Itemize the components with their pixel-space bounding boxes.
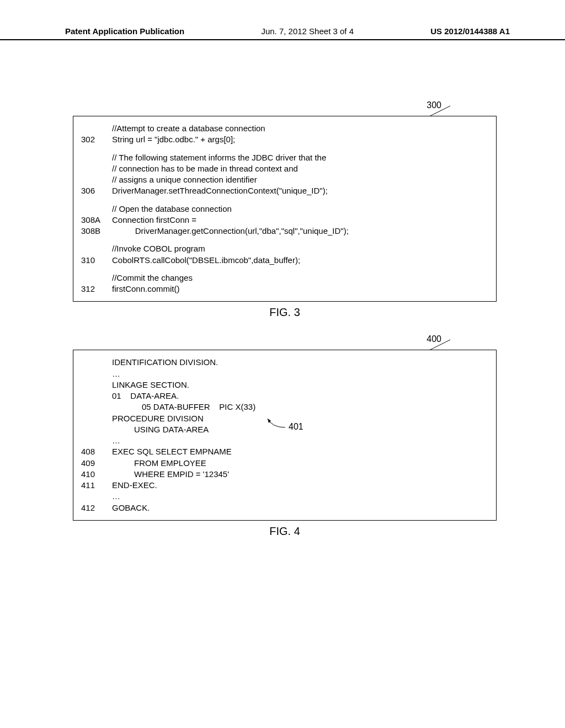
code-text: … <box>112 368 120 379</box>
code-text: DriverManager.setThreadConnectionContext… <box>112 185 328 196</box>
line-number: 308A <box>81 215 112 226</box>
code-line: //Commit the changes <box>81 272 488 283</box>
header-center: Jun. 7, 2012 Sheet 3 of 4 <box>261 26 354 36</box>
code-line: … <box>81 368 488 379</box>
code-line: 308B DriverManager.getConnection(url,"db… <box>81 226 488 237</box>
code-text: // connection has to be made in thread c… <box>112 163 298 174</box>
fig4-caption: FIG. 4 <box>73 525 497 538</box>
code-text: LINKAGE SECTION. <box>112 379 189 390</box>
fig3-block: 300 //Attempt to create a database conne… <box>73 116 497 319</box>
page-content: 300 //Attempt to create a database conne… <box>73 116 497 569</box>
code-text: GOBACK. <box>112 502 150 513</box>
page-header: Patent Application Publication Jun. 7, 2… <box>0 26 565 40</box>
code-text: END-EXEC. <box>112 480 157 491</box>
line-number: 411 <box>81 480 112 491</box>
code-line: LINKAGE SECTION. <box>81 379 488 390</box>
line-number: 408 <box>81 446 112 457</box>
line-number: 310 <box>81 255 112 266</box>
code-line: 312firstConn.commit() <box>81 283 488 295</box>
callout-401: 401 <box>289 421 303 433</box>
line-number: 306 <box>81 185 112 196</box>
code-text: firstConn.commit() <box>112 283 180 295</box>
line-number: 412 <box>81 502 112 513</box>
code-text: IDENTIFICATION DIVISION. <box>112 357 218 368</box>
code-text: // Open the database connection <box>112 204 232 215</box>
blank-line <box>81 197 488 204</box>
code-text: // assigns a unique connection identifie… <box>112 174 257 185</box>
code-text: //Attempt to create a database connectio… <box>112 123 265 134</box>
code-line: 306DriverManager.setThreadConnectionCont… <box>81 185 488 196</box>
code-text: //Commit the changes <box>112 272 193 283</box>
fig4-code-box: IDENTIFICATION DIVISION.…LINKAGE SECTION… <box>73 350 497 521</box>
code-text: 01 DATA-AREA. <box>112 390 179 402</box>
blank-line <box>81 146 488 152</box>
code-line: 308AConnection firstConn = <box>81 215 488 226</box>
code-text: WHERE EMPID = '12345' <box>112 469 229 480</box>
code-text: … <box>112 435 120 446</box>
code-line: 05 DATA-BUFFER PIC X(33) <box>81 402 488 413</box>
line-number: 308B <box>81 226 112 237</box>
code-line: //Attempt to create a database connectio… <box>81 123 488 134</box>
code-text: USING DATA-AREA <box>112 424 209 435</box>
code-line: IDENTIFICATION DIVISION. <box>81 357 488 368</box>
code-text: 05 DATA-BUFFER PIC X(33) <box>112 402 255 413</box>
code-line: // assigns a unique connection identifie… <box>81 174 488 185</box>
header-left: Patent Application Publication <box>65 26 184 36</box>
fig4-block: 400 IDENTIFICATION DIVISION.…LINKAGE SEC… <box>73 350 497 538</box>
fig3-code-box: //Attempt to create a database connectio… <box>73 116 497 302</box>
code-text: FROM EMPLOYEE <box>112 458 206 469</box>
code-text: // The following statement informs the J… <box>112 152 326 163</box>
code-line: … <box>81 491 488 502</box>
svg-line-0 <box>428 106 450 117</box>
code-text: DriverManager.getConnection(url,"dba","s… <box>112 226 349 237</box>
code-line: // The following statement informs the J… <box>81 152 488 163</box>
svg-line-1 <box>428 340 450 351</box>
code-text: … <box>112 491 120 502</box>
code-line: //Invoke COBOL program <box>81 243 488 254</box>
code-text: CobolRTS.callCobol("DBSEL.ibmcob",data_b… <box>112 255 300 266</box>
code-line: // connection has to be made in thread c… <box>81 163 488 174</box>
code-line: 412GOBACK. <box>81 502 488 513</box>
code-line: 411END-EXEC. <box>81 480 488 491</box>
line-number: 410 <box>81 469 112 480</box>
blank-line <box>81 237 488 243</box>
code-text: PROCEDURE DIVISION <box>112 413 204 424</box>
code-line: … <box>81 435 488 446</box>
code-line: 01 DATA-AREA. <box>81 390 488 402</box>
blank-line <box>81 266 488 272</box>
code-line: 302String url = "jdbc.odbc." + args[0]; <box>81 134 488 145</box>
header-right: US 2012/0144388 A1 <box>430 26 510 36</box>
code-line: 408EXEC SQL SELECT EMPNAME <box>81 446 488 457</box>
code-text: String url = "jdbc.odbc." + args[0]; <box>112 134 235 145</box>
code-line: 409FROM EMPLOYEE <box>81 458 488 469</box>
code-text: EXEC SQL SELECT EMPNAME <box>112 446 232 457</box>
line-number: 302 <box>81 134 112 145</box>
code-line: // Open the database connection <box>81 204 488 215</box>
code-line: 410WHERE EMPID = '12345' <box>81 469 488 480</box>
fig3-caption: FIG. 3 <box>73 306 497 319</box>
line-number: 312 <box>81 283 112 295</box>
code-line: 310CobolRTS.callCobol("DBSEL.ibmcob",dat… <box>81 255 488 266</box>
code-text: Connection firstConn = <box>112 215 196 226</box>
code-text: //Invoke COBOL program <box>112 243 205 254</box>
line-number: 409 <box>81 458 112 469</box>
